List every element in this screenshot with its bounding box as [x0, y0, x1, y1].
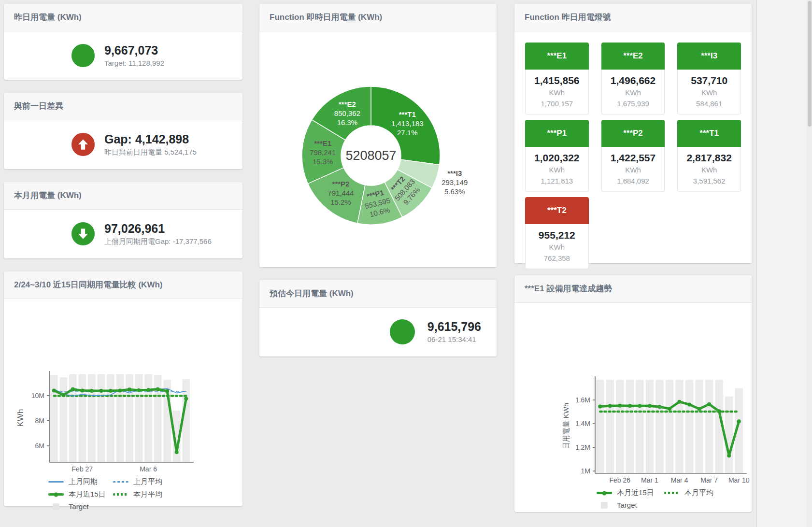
legend-swatch	[597, 492, 612, 494]
scrollbar-thumb[interactable]	[808, 1, 812, 127]
svg-text:1.4M: 1.4M	[575, 420, 590, 427]
light-tile-prev-value: 584,861	[678, 98, 741, 109]
svg-text:Mar 6: Mar 6	[140, 465, 157, 473]
panel-title[interactable]: 與前一日差異	[4, 93, 242, 120]
panel-estimate-today: 預估今日用電量 (KWh) 9,615,796 06-21 15:34:41	[259, 280, 497, 356]
panel-title[interactable]: Function 即時日用電量 (KWh)	[259, 4, 497, 31]
legend-swatch	[664, 492, 680, 494]
svg-text:1.6M: 1.6M	[575, 396, 590, 404]
legend-item[interactable]: 上月平均	[113, 477, 242, 486]
scrollbar-track[interactable]	[807, 0, 812, 527]
legend-label: 本月近15日	[69, 490, 106, 499]
stat-group: Gap: 4,142,898 昨日與前日用電量 5,524,175	[4, 132, 197, 157]
arrow-down-icon	[76, 227, 90, 241]
light-tile-value: 1,422,557	[602, 151, 665, 164]
svg-text:Mar 4: Mar 4	[671, 476, 688, 484]
svg-text:10M: 10M	[31, 392, 44, 399]
panel-title[interactable]: Function 昨日用電燈號	[514, 4, 752, 31]
light-tiles-grid: ***E11,415,856KWh1,700,157***E21,496,662…	[514, 31, 752, 269]
legend-label: 本月平均	[684, 488, 713, 498]
light-tile-value: 955,212	[526, 228, 588, 242]
light-tile-unit: KWh	[678, 164, 741, 175]
legend-label: 本月平均	[133, 490, 162, 499]
svg-text:Mar 7: Mar 7	[700, 476, 718, 484]
donut-center-total: 5208057	[345, 148, 396, 163]
light-tile-body: 537,710KWh584,861	[677, 70, 741, 114]
legend-item[interactable]: 本月近15日	[597, 488, 664, 498]
legend-swatch	[113, 481, 128, 483]
legend-label: Target	[617, 501, 637, 509]
status-circle-green	[390, 319, 415, 344]
panel-yesterday-usage: 昨日用電量 (KWh) 9,667,073 Target: 11,128,992	[4, 4, 242, 80]
light-tile-unit: KWh	[678, 87, 741, 98]
legend-item[interactable]: Target	[597, 501, 664, 509]
light-tile: ***I3537,710KWh584,861	[677, 43, 741, 114]
stat-subtitle: 昨日與前日用電量 5,524,175	[104, 147, 197, 157]
donut-svg: ***T11,413,18327.1%***I3293,1495.63%***T…	[259, 31, 497, 267]
svg-text:8M: 8M	[35, 417, 44, 425]
legend-item[interactable]: 本月平均	[113, 490, 242, 499]
panel-title[interactable]: 本月用電量 (KWh)	[4, 182, 242, 210]
legend-swatch	[53, 503, 59, 510]
realtime-donut-chart[interactable]: ***T11,413,18327.1%***I3293,1495.63%***T…	[259, 31, 497, 267]
light-tile-body: 955,212KWh762,358	[525, 224, 589, 269]
panel-title[interactable]: ***E1 設備用電達成趨勢	[514, 275, 752, 303]
legend-item[interactable]: 本月近15日	[48, 490, 113, 499]
donut-slice-label: ***I3293,1495.63%	[442, 169, 468, 196]
light-tile-prev-value: 3,591,562	[678, 175, 741, 186]
svg-text:1.2M: 1.2M	[575, 443, 590, 451]
panel-title[interactable]: 昨日用電量 (KWh)	[4, 4, 242, 31]
stat-group: 9,667,073 Target: 11,128,992	[4, 43, 164, 69]
stat-subtitle: Target: 11,128,992	[104, 58, 164, 69]
legend-item[interactable]: 本月平均	[664, 488, 752, 498]
light-tile-value: 1,496,662	[602, 74, 665, 87]
light-tile: ***T2955,212KWh762,358	[525, 197, 589, 269]
stat-value: 9,615,796	[427, 319, 481, 334]
legend-label: Target	[69, 502, 89, 511]
stat-group: 9,615,796 06-21 15:34:41	[390, 319, 497, 345]
light-tile-unit: KWh	[526, 87, 588, 98]
light-tile-header: ***P1	[525, 120, 589, 147]
panel-day-gap: 與前一日差異 Gap: 4,142,898 昨日與前日用電量 5,524,175	[4, 93, 242, 169]
light-tile-unit: KWh	[602, 87, 665, 98]
panel-title[interactable]: 2/24~3/10 近15日同期用電量比較 (KWh)	[4, 271, 242, 299]
svg-text:Mar 10: Mar 10	[728, 476, 750, 484]
legend-item[interactable]: Target	[48, 502, 113, 511]
panel-15day-compare: 2/24~3/10 近15日同期用電量比較 (KWh) 6M8M10MFeb 2…	[4, 271, 242, 506]
status-circle-red	[71, 133, 95, 156]
light-tile-body: 1,415,856KWh1,700,157	[525, 70, 589, 114]
light-tile-prev-value: 1,121,613	[526, 175, 588, 186]
light-tile-value: 1,020,322	[526, 151, 588, 164]
legend-swatch	[48, 493, 64, 496]
light-tile-header: ***I3	[677, 43, 741, 70]
stat-group: 97,026,961 上個月同期用電Gap: -17,377,566	[4, 221, 212, 247]
panel-title[interactable]: 預估今日用電量 (KWh)	[259, 280, 497, 308]
status-circle-green	[71, 44, 95, 67]
compare15-chart[interactable]: 6M8M10MFeb 27Mar 6KWh上月同期上月平均本月近15日本月平均T…	[4, 299, 242, 511]
e1trend-svg: 1M1.2M1.4M1.6MFeb 26Mar 1Mar 4Mar 7Mar 1…	[514, 303, 752, 486]
legend-item[interactable]: 上月同期	[48, 477, 113, 486]
stat-value: 97,026,961	[104, 221, 212, 236]
light-tile-value: 2,817,832	[678, 151, 741, 164]
stat-subtitle: 上個月同期用電Gap: -17,377,566	[104, 236, 212, 247]
panel-yesterday-lights: Function 昨日用電燈號 ***E11,415,856KWh1,700,1…	[514, 4, 752, 263]
panel-month-usage: 本月用電量 (KWh) 97,026,961 上個月同期用電Gap: -17,3…	[4, 182, 242, 258]
arrow-up-icon	[76, 137, 90, 152]
light-tile-header: ***E2	[601, 43, 665, 70]
stat-subtitle: 06-21 15:34:41	[427, 334, 481, 345]
light-tile-header: ***T2	[525, 197, 589, 224]
light-tile-value: 537,710	[678, 74, 741, 87]
svg-text:KWh: KWh	[16, 409, 25, 427]
legend-label: 上月同期	[69, 477, 98, 486]
light-tile: ***E21,496,662KWh1,675,939	[601, 43, 665, 114]
e1trend-chart[interactable]: 1M1.2M1.4M1.6MFeb 26Mar 1Mar 4Mar 7Mar 1…	[514, 303, 752, 509]
svg-text:6M: 6M	[35, 442, 44, 450]
light-tile-unit: KWh	[526, 242, 588, 253]
light-tile-body: 1,496,662KWh1,675,939	[601, 70, 665, 114]
svg-text:Mar 1: Mar 1	[641, 476, 658, 484]
legend-swatch	[601, 502, 608, 509]
light-tile: ***P21,422,557KWh1,684,092	[601, 120, 665, 192]
panel-e1-trend: ***E1 設備用電達成趨勢 1M1.2M1.4M1.6MFeb 26Mar 1…	[514, 275, 752, 512]
legend-swatch	[48, 481, 64, 483]
light-tile-value: 1,415,856	[526, 74, 588, 87]
